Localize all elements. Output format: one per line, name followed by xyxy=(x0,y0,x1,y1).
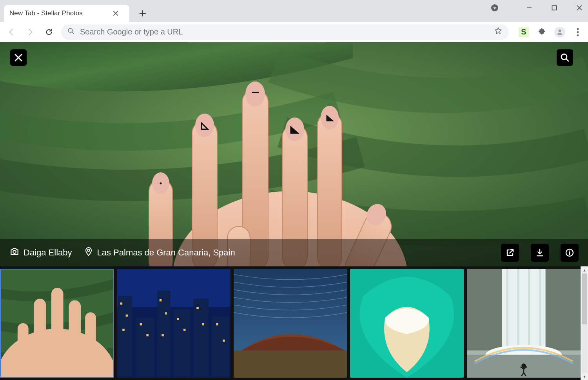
svg-rect-30 xyxy=(18,323,29,372)
close-tab-icon[interactable] xyxy=(113,10,119,16)
open-external-button[interactable] xyxy=(501,244,519,262)
profile-avatar-icon[interactable] xyxy=(554,27,565,38)
svg-rect-48 xyxy=(120,302,122,305)
new-tab-button[interactable] xyxy=(136,7,149,20)
thumbnail-strip-container: ▲ ▼ xyxy=(0,266,588,380)
svg-rect-50 xyxy=(122,329,125,331)
close-photo-button[interactable] xyxy=(10,49,27,66)
svg-rect-55 xyxy=(162,334,164,337)
window-minimize-button[interactable] xyxy=(524,2,535,13)
svg-point-4 xyxy=(577,28,579,30)
vertical-scrollbar[interactable]: ▲ ▼ xyxy=(581,266,588,380)
photo-credit[interactable]: Daiga Ellaby xyxy=(9,246,72,259)
svg-rect-58 xyxy=(196,307,199,309)
svg-rect-49 xyxy=(125,315,128,317)
thumbnail-hand-palm[interactable] xyxy=(0,269,114,378)
svg-rect-65 xyxy=(234,351,347,378)
svg-rect-70 xyxy=(502,269,545,351)
photo-location[interactable]: Las Palmas de Gran Canaria, Spain xyxy=(84,247,235,259)
window-maximize-button[interactable] xyxy=(549,2,560,13)
window-controls xyxy=(489,2,585,13)
svg-rect-39 xyxy=(135,318,154,378)
svg-point-3 xyxy=(559,29,561,32)
address-bar[interactable] xyxy=(61,24,509,40)
download-button[interactable] xyxy=(531,244,549,262)
svg-point-25 xyxy=(87,249,90,252)
svg-point-27 xyxy=(569,251,570,252)
svg-point-18 xyxy=(245,81,265,107)
svg-rect-42 xyxy=(193,299,209,378)
scroll-down-arrow-icon[interactable]: ▼ xyxy=(581,373,588,380)
extension-stellar-icon[interactable]: S xyxy=(518,27,529,38)
svg-point-19 xyxy=(285,118,304,141)
svg-rect-41 xyxy=(174,309,190,378)
svg-rect-40 xyxy=(157,291,170,378)
svg-rect-32 xyxy=(51,288,64,375)
hero-image xyxy=(0,42,588,266)
svg-rect-33 xyxy=(69,300,81,377)
svg-rect-54 xyxy=(165,312,167,315)
svg-rect-36 xyxy=(117,269,230,307)
browser-toolbar: S xyxy=(0,22,588,42)
svg-rect-56 xyxy=(177,318,179,320)
search-icon xyxy=(67,27,74,36)
svg-rect-53 xyxy=(160,299,162,302)
browser-chrome: New Tab - Stellar Photos xyxy=(0,0,588,42)
bookmark-star-icon[interactable] xyxy=(494,27,503,37)
search-photos-button[interactable] xyxy=(557,49,573,66)
thumbnail-strip xyxy=(0,266,581,380)
photo-meta-bar: Daiga Ellaby Las Palmas de Gran Canaria,… xyxy=(0,239,588,266)
tab-strip: New Tab - Stellar Photos xyxy=(0,0,588,22)
svg-rect-69 xyxy=(546,269,581,351)
svg-rect-59 xyxy=(202,323,204,326)
back-button[interactable] xyxy=(5,25,18,39)
forward-button[interactable] xyxy=(24,25,37,39)
thumbnail-uluru-stars[interactable] xyxy=(234,269,347,378)
location-pin-icon xyxy=(84,247,93,259)
scrollbar-handle[interactable] xyxy=(582,273,587,324)
svg-rect-1 xyxy=(552,6,557,10)
thumbnail-city-night[interactable] xyxy=(117,269,230,378)
toolbar-actions: S xyxy=(518,27,583,38)
address-input[interactable] xyxy=(80,27,488,36)
location-text: Las Palmas de Gran Canaria, Spain xyxy=(97,248,235,258)
kebab-menu-icon[interactable] xyxy=(572,27,583,38)
camera-icon xyxy=(9,246,20,259)
svg-point-6 xyxy=(577,34,579,36)
thumbnail-waterfall[interactable] xyxy=(467,269,581,378)
browser-tab-active[interactable]: New Tab - Stellar Photos xyxy=(4,5,129,22)
window-close-button[interactable] xyxy=(574,2,585,13)
svg-rect-51 xyxy=(140,323,142,326)
featured-photo: Daiga Ellaby Las Palmas de Gran Canaria,… xyxy=(0,42,588,266)
svg-point-5 xyxy=(577,31,579,33)
info-button[interactable] xyxy=(561,244,579,262)
scroll-up-arrow-icon[interactable]: ▲ xyxy=(581,266,588,273)
account-switch-icon[interactable] xyxy=(489,2,500,13)
svg-rect-38 xyxy=(118,296,132,378)
svg-rect-34 xyxy=(85,312,96,375)
thumbnail-beach-aerial[interactable] xyxy=(350,269,464,378)
svg-rect-52 xyxy=(146,334,149,337)
tab-title: New Tab - Stellar Photos xyxy=(9,9,83,17)
svg-rect-57 xyxy=(183,329,186,331)
reload-button[interactable] xyxy=(42,25,56,39)
svg-point-22 xyxy=(160,183,162,185)
svg-rect-60 xyxy=(216,323,218,326)
svg-point-20 xyxy=(321,106,339,129)
stellar-photos-page: Daiga Ellaby Las Palmas de Gran Canaria,… xyxy=(0,42,588,380)
svg-point-73 xyxy=(522,364,525,367)
svg-rect-61 xyxy=(223,340,225,342)
svg-point-24 xyxy=(13,250,16,253)
svg-rect-43 xyxy=(212,317,229,378)
svg-rect-31 xyxy=(34,299,46,375)
svg-rect-68 xyxy=(467,269,502,351)
extension-letter: S xyxy=(519,27,529,37)
extensions-puzzle-icon[interactable] xyxy=(536,27,547,38)
credit-name: Daiga Ellaby xyxy=(24,248,72,258)
